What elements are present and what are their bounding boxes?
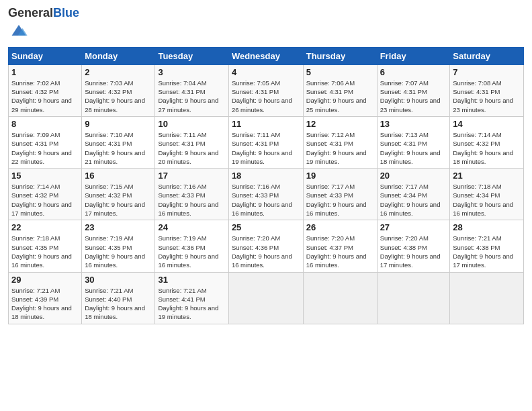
- calendar-table: SundayMondayTuesdayWednesdayThursdayFrid…: [8, 47, 524, 324]
- logo-icon: [9, 20, 28, 39]
- day-number: 31: [158, 275, 225, 285]
- day-number: 29: [11, 275, 79, 285]
- day-number: 18: [232, 171, 300, 181]
- calendar-cell: 24Sunrise: 7:19 AMSunset: 4:36 PMDayligh…: [155, 220, 228, 272]
- logo-general-text: General: [8, 6, 53, 19]
- day-info: Sunrise: 7:13 AMSunset: 4:31 PMDaylight:…: [380, 131, 441, 165]
- day-number: 10: [158, 119, 225, 129]
- day-info: Sunrise: 7:08 AMSunset: 4:31 PMDaylight:…: [453, 79, 513, 113]
- week-row-3: 15Sunrise: 7:14 AMSunset: 4:32 PMDayligh…: [9, 169, 524, 220]
- calendar-cell: 18Sunrise: 7:16 AMSunset: 4:33 PMDayligh…: [228, 169, 303, 220]
- calendar-cell: 9Sunrise: 7:10 AMSunset: 4:31 PMDaylight…: [82, 116, 155, 168]
- day-info: Sunrise: 7:21 AMSunset: 4:41 PMDaylight:…: [158, 287, 218, 321]
- day-info: Sunrise: 7:10 AMSunset: 4:31 PMDaylight:…: [85, 131, 145, 165]
- day-number: 26: [306, 222, 374, 232]
- day-number: 20: [380, 171, 447, 181]
- day-info: Sunrise: 7:17 AMSunset: 4:33 PMDaylight:…: [306, 183, 367, 217]
- calendar-cell: [450, 272, 524, 324]
- calendar-cell: 12Sunrise: 7:12 AMSunset: 4:31 PMDayligh…: [303, 116, 377, 168]
- calendar-cell: 2Sunrise: 7:03 AMSunset: 4:32 PMDaylight…: [82, 64, 155, 116]
- logo-blue-text: Blue: [53, 6, 79, 19]
- calendar-cell: 21Sunrise: 7:18 AMSunset: 4:34 PMDayligh…: [450, 169, 524, 220]
- weekday-header-row: SundayMondayTuesdayWednesdayThursdayFrid…: [9, 47, 524, 64]
- day-number: 5: [306, 67, 374, 77]
- calendar-cell: 15Sunrise: 7:14 AMSunset: 4:32 PMDayligh…: [9, 169, 82, 220]
- day-number: 16: [85, 171, 152, 181]
- calendar-cell: 17Sunrise: 7:16 AMSunset: 4:33 PMDayligh…: [155, 169, 228, 220]
- day-info: Sunrise: 7:19 AMSunset: 4:35 PMDaylight:…: [85, 234, 145, 269]
- day-number: 30: [85, 275, 152, 285]
- calendar-cell: [377, 272, 450, 324]
- weekday-header-friday: Friday: [377, 47, 450, 64]
- day-number: 21: [453, 171, 521, 181]
- day-info: Sunrise: 7:12 AMSunset: 4:31 PMDaylight:…: [306, 131, 367, 165]
- calendar-cell: 11Sunrise: 7:11 AMSunset: 4:31 PMDayligh…: [228, 116, 303, 168]
- day-info: Sunrise: 7:14 AMSunset: 4:32 PMDaylight:…: [11, 183, 72, 217]
- day-number: 27: [380, 222, 447, 232]
- day-number: 13: [380, 119, 447, 129]
- header: GeneralBlue: [8, 7, 524, 42]
- calendar-cell: 10Sunrise: 7:11 AMSunset: 4:31 PMDayligh…: [155, 116, 228, 168]
- day-number: 15: [11, 171, 79, 181]
- calendar-cell: 23Sunrise: 7:19 AMSunset: 4:35 PMDayligh…: [82, 220, 155, 272]
- day-number: 28: [453, 222, 521, 232]
- day-info: Sunrise: 7:21 AMSunset: 4:40 PMDaylight:…: [85, 287, 145, 321]
- day-info: Sunrise: 7:09 AMSunset: 4:31 PMDaylight:…: [11, 131, 72, 165]
- day-number: 6: [380, 67, 447, 77]
- week-row-5: 29Sunrise: 7:21 AMSunset: 4:39 PMDayligh…: [9, 272, 524, 324]
- day-info: Sunrise: 7:21 AMSunset: 4:39 PMDaylight:…: [11, 287, 72, 321]
- calendar-cell: 16Sunrise: 7:15 AMSunset: 4:32 PMDayligh…: [82, 169, 155, 220]
- calendar-cell: 31Sunrise: 7:21 AMSunset: 4:41 PMDayligh…: [155, 272, 228, 324]
- calendar-cell: 6Sunrise: 7:07 AMSunset: 4:31 PMDaylight…: [377, 64, 450, 116]
- weekday-header-sunday: Sunday: [9, 47, 82, 64]
- logo: GeneralBlue: [8, 7, 79, 42]
- day-info: Sunrise: 7:16 AMSunset: 4:33 PMDaylight:…: [158, 183, 218, 217]
- week-row-1: 1Sunrise: 7:02 AMSunset: 4:32 PMDaylight…: [9, 64, 524, 116]
- day-number: 24: [158, 222, 225, 232]
- calendar-cell: 28Sunrise: 7:21 AMSunset: 4:38 PMDayligh…: [450, 220, 524, 272]
- calendar-cell: 19Sunrise: 7:17 AMSunset: 4:33 PMDayligh…: [303, 169, 377, 220]
- calendar-container: GeneralBlue SundayMondayTuesdayWednesday…: [0, 0, 532, 330]
- day-info: Sunrise: 7:11 AMSunset: 4:31 PMDaylight:…: [158, 131, 218, 165]
- day-number: 19: [306, 171, 374, 181]
- day-number: 7: [453, 67, 521, 77]
- calendar-cell: 20Sunrise: 7:17 AMSunset: 4:34 PMDayligh…: [377, 169, 450, 220]
- calendar-cell: 30Sunrise: 7:21 AMSunset: 4:40 PMDayligh…: [82, 272, 155, 324]
- day-number: 12: [306, 119, 374, 129]
- day-number: 9: [85, 119, 152, 129]
- day-info: Sunrise: 7:14 AMSunset: 4:32 PMDaylight:…: [453, 131, 513, 165]
- calendar-cell: 14Sunrise: 7:14 AMSunset: 4:32 PMDayligh…: [450, 116, 524, 168]
- day-info: Sunrise: 7:19 AMSunset: 4:36 PMDaylight:…: [158, 234, 218, 269]
- day-number: 11: [232, 119, 300, 129]
- calendar-body: 1Sunrise: 7:02 AMSunset: 4:32 PMDaylight…: [9, 64, 524, 324]
- day-info: Sunrise: 7:04 AMSunset: 4:31 PMDaylight:…: [158, 79, 218, 113]
- calendar-cell: 22Sunrise: 7:18 AMSunset: 4:35 PMDayligh…: [9, 220, 82, 272]
- weekday-header-thursday: Thursday: [303, 47, 377, 64]
- calendar-cell: 13Sunrise: 7:13 AMSunset: 4:31 PMDayligh…: [377, 116, 450, 168]
- day-info: Sunrise: 7:21 AMSunset: 4:38 PMDaylight:…: [453, 234, 513, 269]
- day-number: 2: [85, 67, 152, 77]
- day-info: Sunrise: 7:18 AMSunset: 4:35 PMDaylight:…: [11, 234, 72, 269]
- day-info: Sunrise: 7:16 AMSunset: 4:33 PMDaylight:…: [232, 183, 292, 217]
- day-info: Sunrise: 7:03 AMSunset: 4:32 PMDaylight:…: [85, 79, 145, 113]
- weekday-header-tuesday: Tuesday: [155, 47, 228, 64]
- day-info: Sunrise: 7:20 AMSunset: 4:37 PMDaylight:…: [306, 234, 367, 269]
- calendar-cell: 8Sunrise: 7:09 AMSunset: 4:31 PMDaylight…: [9, 116, 82, 168]
- calendar-cell: 25Sunrise: 7:20 AMSunset: 4:36 PMDayligh…: [228, 220, 303, 272]
- day-number: 23: [85, 222, 152, 232]
- calendar-cell: 27Sunrise: 7:20 AMSunset: 4:38 PMDayligh…: [377, 220, 450, 272]
- day-info: Sunrise: 7:18 AMSunset: 4:34 PMDaylight:…: [453, 183, 513, 217]
- calendar-cell: 5Sunrise: 7:06 AMSunset: 4:31 PMDaylight…: [303, 64, 377, 116]
- day-info: Sunrise: 7:20 AMSunset: 4:36 PMDaylight:…: [232, 234, 292, 269]
- weekday-header-saturday: Saturday: [450, 47, 524, 64]
- week-row-4: 22Sunrise: 7:18 AMSunset: 4:35 PMDayligh…: [9, 220, 524, 272]
- calendar-cell: 26Sunrise: 7:20 AMSunset: 4:37 PMDayligh…: [303, 220, 377, 272]
- calendar-cell: 29Sunrise: 7:21 AMSunset: 4:39 PMDayligh…: [9, 272, 82, 324]
- calendar-cell: [303, 272, 377, 324]
- day-number: 1: [11, 67, 79, 77]
- day-number: 14: [453, 119, 521, 129]
- day-info: Sunrise: 7:15 AMSunset: 4:32 PMDaylight:…: [85, 183, 145, 217]
- calendar-cell: 1Sunrise: 7:02 AMSunset: 4:32 PMDaylight…: [9, 64, 82, 116]
- calendar-cell: 7Sunrise: 7:08 AMSunset: 4:31 PMDaylight…: [450, 64, 524, 116]
- day-info: Sunrise: 7:05 AMSunset: 4:31 PMDaylight:…: [232, 79, 292, 113]
